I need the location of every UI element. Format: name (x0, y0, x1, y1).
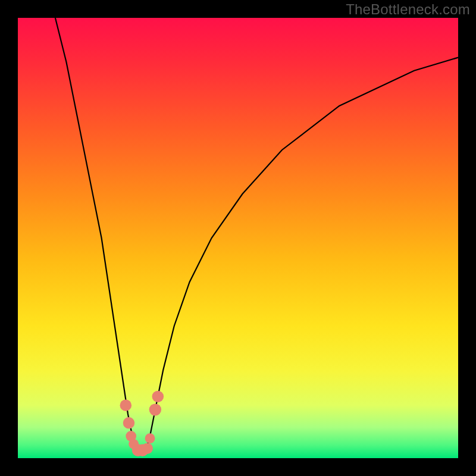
bottleneck-chart (0, 0, 476, 476)
data-marker (152, 391, 164, 403)
data-marker (120, 399, 132, 411)
data-marker (145, 433, 155, 443)
data-marker (123, 417, 135, 429)
watermark-text: TheBottleneck.com (346, 1, 470, 18)
plot-background (18, 18, 458, 458)
data-marker (142, 443, 153, 454)
data-marker (149, 403, 161, 415)
chart-frame: TheBottleneck.com (0, 0, 476, 476)
